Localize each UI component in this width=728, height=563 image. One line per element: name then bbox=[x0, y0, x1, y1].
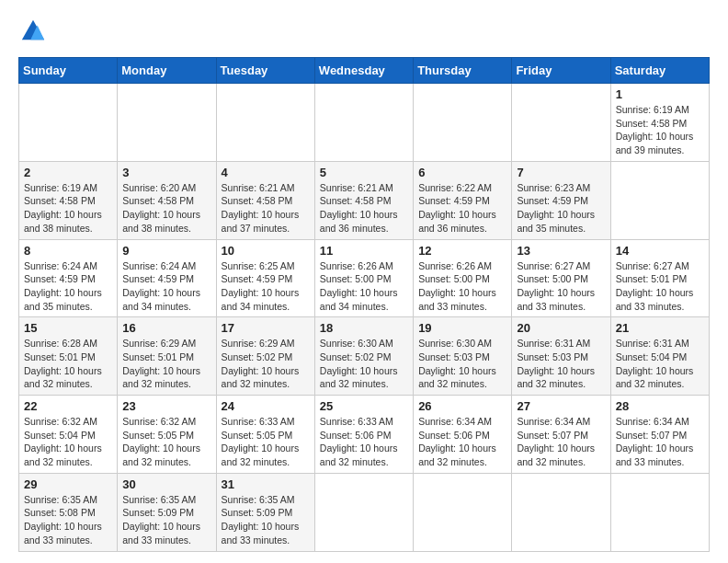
day-number: 5 bbox=[320, 166, 408, 179]
calendar-day-cell: 30 Sunrise: 6:35 AMSunset: 5:09 PMDaylig… bbox=[118, 473, 216, 551]
day-number: 29 bbox=[24, 477, 112, 491]
day-number: 23 bbox=[122, 399, 210, 413]
calendar-day-cell: 23 Sunrise: 6:32 AMSunset: 5:05 PMDaylig… bbox=[118, 396, 216, 474]
day-info: Sunrise: 6:26 AMSunset: 5:00 PMDaylight:… bbox=[418, 260, 496, 312]
calendar-day-cell: 28 Sunrise: 6:34 AMSunset: 5:07 PMDaylig… bbox=[610, 396, 709, 474]
day-number: 13 bbox=[517, 244, 605, 258]
calendar-day-cell: 4 Sunrise: 6:21 AMSunset: 4:58 PMDayligh… bbox=[216, 161, 314, 239]
calendar-empty-cell bbox=[414, 84, 512, 162]
calendar-day-cell: 25 Sunrise: 6:33 AMSunset: 5:06 PMDaylig… bbox=[314, 396, 413, 474]
day-number: 19 bbox=[418, 321, 506, 335]
calendar-day-cell: 31 Sunrise: 6:35 AMSunset: 5:09 PMDaylig… bbox=[216, 473, 314, 551]
calendar-empty-cell bbox=[610, 161, 709, 239]
weekday-header: Friday bbox=[512, 58, 610, 84]
day-number: 31 bbox=[222, 477, 310, 491]
day-info: Sunrise: 6:30 AMSunset: 5:03 PMDaylight:… bbox=[418, 338, 496, 389]
day-number: 30 bbox=[122, 477, 210, 491]
day-info: Sunrise: 6:21 AMSunset: 4:58 PMDaylight:… bbox=[222, 182, 300, 234]
logo-icon bbox=[20, 18, 46, 44]
day-number: 27 bbox=[517, 399, 605, 413]
day-number: 15 bbox=[24, 321, 112, 335]
calendar-week-row: 22 Sunrise: 6:32 AMSunset: 5:04 PMDaylig… bbox=[19, 396, 710, 474]
day-info: Sunrise: 6:35 AMSunset: 5:09 PMDaylight:… bbox=[122, 494, 200, 546]
weekday-header: Tuesday bbox=[216, 58, 314, 84]
day-info: Sunrise: 6:31 AMSunset: 5:03 PMDaylight:… bbox=[517, 338, 595, 389]
day-number: 6 bbox=[418, 166, 506, 179]
weekday-header: Thursday bbox=[414, 58, 512, 84]
day-info: Sunrise: 6:35 AMSunset: 5:09 PMDaylight:… bbox=[222, 494, 300, 546]
day-number: 10 bbox=[222, 244, 310, 258]
calendar-day-cell: 14 Sunrise: 6:27 AMSunset: 5:01 PMDaylig… bbox=[610, 239, 709, 317]
calendar-empty-cell bbox=[19, 84, 118, 162]
calendar-empty-cell bbox=[314, 84, 413, 162]
day-info: Sunrise: 6:31 AMSunset: 5:04 PMDaylight:… bbox=[616, 338, 694, 389]
calendar-day-cell: 8 Sunrise: 6:24 AMSunset: 4:59 PMDayligh… bbox=[19, 239, 118, 317]
day-info: Sunrise: 6:24 AMSunset: 4:59 PMDaylight:… bbox=[24, 260, 102, 312]
calendar-day-cell: 29 Sunrise: 6:35 AMSunset: 5:08 PMDaylig… bbox=[19, 473, 118, 551]
calendar-week-row: 2 Sunrise: 6:19 AMSunset: 4:58 PMDayligh… bbox=[19, 161, 710, 239]
calendar-day-cell: 24 Sunrise: 6:33 AMSunset: 5:05 PMDaylig… bbox=[216, 396, 314, 474]
calendar-day-cell: 15 Sunrise: 6:28 AMSunset: 5:01 PMDaylig… bbox=[19, 317, 118, 396]
calendar-day-cell: 20 Sunrise: 6:31 AMSunset: 5:03 PMDaylig… bbox=[512, 317, 610, 396]
calendar-body: 1 Sunrise: 6:19 AMSunset: 4:58 PMDayligh… bbox=[19, 84, 710, 552]
calendar-empty-cell bbox=[512, 473, 610, 551]
day-info: Sunrise: 6:30 AMSunset: 5:02 PMDaylight:… bbox=[320, 338, 398, 389]
day-number: 8 bbox=[24, 244, 112, 258]
calendar-day-cell: 11 Sunrise: 6:26 AMSunset: 5:00 PMDaylig… bbox=[314, 239, 413, 317]
calendar-day-cell: 1 Sunrise: 6:19 AMSunset: 4:58 PMDayligh… bbox=[610, 84, 709, 162]
day-info: Sunrise: 6:23 AMSunset: 4:59 PMDaylight:… bbox=[517, 182, 595, 234]
calendar-table: SundayMondayTuesdayWednesdayThursdayFrid… bbox=[18, 57, 710, 552]
day-info: Sunrise: 6:25 AMSunset: 4:59 PMDaylight:… bbox=[222, 260, 300, 312]
calendar-day-cell: 16 Sunrise: 6:29 AMSunset: 5:01 PMDaylig… bbox=[118, 317, 216, 396]
calendar-empty-cell bbox=[314, 473, 413, 551]
day-number: 11 bbox=[320, 244, 408, 258]
calendar-day-cell: 2 Sunrise: 6:19 AMSunset: 4:58 PMDayligh… bbox=[19, 161, 118, 239]
weekday-header: Wednesday bbox=[314, 58, 413, 84]
calendar-day-cell: 19 Sunrise: 6:30 AMSunset: 5:03 PMDaylig… bbox=[414, 317, 512, 396]
day-info: Sunrise: 6:33 AMSunset: 5:06 PMDaylight:… bbox=[320, 416, 398, 467]
weekday-header: Sunday bbox=[19, 58, 118, 84]
day-info: Sunrise: 6:34 AMSunset: 5:07 PMDaylight:… bbox=[517, 416, 595, 467]
calendar-day-cell: 18 Sunrise: 6:30 AMSunset: 5:02 PMDaylig… bbox=[314, 317, 413, 396]
day-info: Sunrise: 6:21 AMSunset: 4:58 PMDaylight:… bbox=[320, 182, 398, 234]
day-number: 24 bbox=[222, 399, 310, 413]
day-number: 14 bbox=[616, 244, 704, 258]
day-info: Sunrise: 6:29 AMSunset: 5:01 PMDaylight:… bbox=[122, 338, 200, 389]
calendar-header-row: SundayMondayTuesdayWednesdayThursdayFrid… bbox=[19, 58, 710, 84]
weekday-header: Monday bbox=[118, 58, 216, 84]
calendar-day-cell: 10 Sunrise: 6:25 AMSunset: 4:59 PMDaylig… bbox=[216, 239, 314, 317]
day-info: Sunrise: 6:19 AMSunset: 4:58 PMDaylight:… bbox=[616, 104, 694, 155]
day-info: Sunrise: 6:24 AMSunset: 4:59 PMDaylight:… bbox=[122, 260, 200, 312]
day-number: 4 bbox=[222, 166, 310, 179]
calendar-day-cell: 22 Sunrise: 6:32 AMSunset: 5:04 PMDaylig… bbox=[19, 396, 118, 474]
day-number: 18 bbox=[320, 321, 408, 335]
calendar-day-cell: 6 Sunrise: 6:22 AMSunset: 4:59 PMDayligh… bbox=[414, 161, 512, 239]
day-number: 3 bbox=[122, 166, 210, 179]
calendar-empty-cell bbox=[414, 473, 512, 551]
calendar-day-cell: 7 Sunrise: 6:23 AMSunset: 4:59 PMDayligh… bbox=[512, 161, 610, 239]
day-info: Sunrise: 6:22 AMSunset: 4:59 PMDaylight:… bbox=[418, 182, 496, 234]
calendar-day-cell: 26 Sunrise: 6:34 AMSunset: 5:06 PMDaylig… bbox=[414, 396, 512, 474]
calendar-week-row: 29 Sunrise: 6:35 AMSunset: 5:08 PMDaylig… bbox=[19, 473, 710, 551]
day-info: Sunrise: 6:32 AMSunset: 5:05 PMDaylight:… bbox=[122, 416, 200, 467]
day-info: Sunrise: 6:34 AMSunset: 5:07 PMDaylight:… bbox=[616, 416, 694, 467]
calendar-day-cell: 17 Sunrise: 6:29 AMSunset: 5:02 PMDaylig… bbox=[216, 317, 314, 396]
calendar-empty-cell bbox=[512, 84, 610, 162]
day-info: Sunrise: 6:20 AMSunset: 4:58 PMDaylight:… bbox=[122, 182, 200, 234]
calendar-day-cell: 3 Sunrise: 6:20 AMSunset: 4:58 PMDayligh… bbox=[118, 161, 216, 239]
day-info: Sunrise: 6:33 AMSunset: 5:05 PMDaylight:… bbox=[222, 416, 300, 467]
day-number: 2 bbox=[24, 166, 112, 179]
calendar-day-cell: 13 Sunrise: 6:27 AMSunset: 5:00 PMDaylig… bbox=[512, 239, 610, 317]
weekday-header: Saturday bbox=[610, 58, 709, 84]
day-number: 26 bbox=[418, 399, 506, 413]
day-info: Sunrise: 6:26 AMSunset: 5:00 PMDaylight:… bbox=[320, 260, 398, 312]
calendar-week-row: 8 Sunrise: 6:24 AMSunset: 4:59 PMDayligh… bbox=[19, 239, 710, 317]
day-info: Sunrise: 6:27 AMSunset: 5:01 PMDaylight:… bbox=[616, 260, 694, 312]
calendar-day-cell: 27 Sunrise: 6:34 AMSunset: 5:07 PMDaylig… bbox=[512, 396, 610, 474]
logo bbox=[18, 18, 50, 48]
day-info: Sunrise: 6:29 AMSunset: 5:02 PMDaylight:… bbox=[222, 338, 300, 389]
calendar-empty-cell bbox=[216, 84, 314, 162]
day-number: 22 bbox=[24, 399, 112, 413]
calendar-week-row: 15 Sunrise: 6:28 AMSunset: 5:01 PMDaylig… bbox=[19, 317, 710, 396]
day-number: 12 bbox=[418, 244, 506, 258]
